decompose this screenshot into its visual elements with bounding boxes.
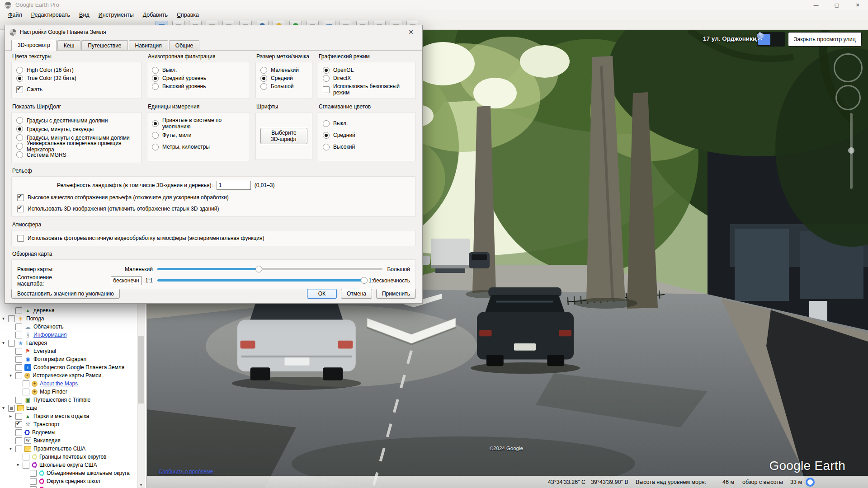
checkbox-использовать-3d-изображения-отключить-отображение-старых-3d-зданий[interactable]: Использовать 3D-изображения (отключить о… [17, 205, 410, 213]
zoom-slider[interactable] [850, 113, 853, 189]
radio-icon[interactable] [16, 75, 23, 82]
scroll-down-icon[interactable]: ▼ [137, 483, 145, 487]
layer-checkbox[interactable] [30, 486, 37, 488]
radio-высокий-уровень[interactable]: Высокий уровень [152, 82, 245, 90]
layer-item-фотографии-gigapan[interactable]: Фотографии Gigapan [0, 355, 136, 363]
radio-icon[interactable] [152, 120, 159, 127]
layer-item-about-the-maps[interactable]: About the Maps [0, 380, 136, 388]
3d-buildings-icon[interactable] [772, 34, 784, 45]
layer-item-парки-и-места-отдыха[interactable]: Парки и места отдыха [0, 412, 136, 420]
layer-checkbox[interactable] [15, 397, 22, 404]
radio-icon[interactable] [260, 67, 267, 74]
radio-icon[interactable] [323, 144, 330, 150]
dialog-close-icon[interactable]: ✕ [404, 28, 418, 36]
layer-item-школьные-округа-сша[interactable]: Школьные округа США [0, 461, 136, 469]
radio-high-color-16-бит[interactable]: High Color (16 бит) [16, 66, 137, 74]
menu-файл[interactable]: Файл [4, 12, 27, 18]
check-icon[interactable] [323, 86, 330, 93]
layer-item-галерея[interactable]: Галерея [0, 339, 136, 347]
layer-checkbox[interactable] [23, 380, 29, 387]
layer-checkbox[interactable] [15, 446, 22, 452]
move-joystick[interactable] [835, 85, 861, 110]
radio-icon[interactable] [152, 83, 159, 90]
layer-item-исторические-карты-рамси[interactable]: Исторические карты Рамси [0, 371, 136, 380]
map-size-slider-thumb[interactable] [255, 266, 262, 272]
tab-общие[interactable]: Общие [169, 40, 199, 50]
report-problem-link[interactable]: Сообщить о проблеме [159, 469, 213, 474]
look-joystick[interactable] [834, 53, 863, 82]
expander-icon[interactable] [8, 373, 13, 378]
layer-checkbox[interactable] [23, 462, 29, 469]
zoom-ratio-slider[interactable] [157, 279, 364, 282]
radio-icon[interactable] [16, 117, 23, 124]
zoom-slider-thumb[interactable] [848, 147, 854, 154]
layer-item-информация[interactable]: Информация [0, 331, 136, 339]
check-icon[interactable] [16, 86, 23, 93]
layer-item-википедия[interactable]: Википедия [0, 436, 136, 445]
layer-item-транспорт[interactable]: Транспорт [0, 420, 136, 428]
layer-checkbox[interactable] [8, 405, 15, 412]
radio-opengl[interactable]: OpenGL [323, 66, 411, 74]
layer-checkbox[interactable] [15, 324, 22, 330]
layer-checkbox[interactable] [8, 340, 15, 347]
radio-футы-мили[interactable]: Футы, мили [152, 129, 245, 141]
radio-icon[interactable] [16, 67, 23, 74]
layer-item-облачность[interactable]: Облачность [0, 323, 136, 331]
layer-item-водоемы[interactable]: Водоемы [0, 428, 136, 436]
radio-icon[interactable] [260, 83, 267, 90]
radio-icon[interactable] [323, 132, 330, 139]
close-icon[interactable]: ✕ [847, 0, 868, 10]
layer-checkbox[interactable] [23, 454, 29, 460]
radio-выкл[interactable]: Выкл. [323, 117, 411, 129]
layer-item-правительство-сша[interactable]: Правительство США [0, 445, 136, 453]
scrollbar-thumb[interactable] [138, 336, 144, 404]
radio-directx[interactable]: DirectX [323, 74, 411, 82]
layer-item-сообщество-google-планета-земля[interactable]: Сообщество Google Планета Земля [0, 363, 136, 371]
restore-defaults-button[interactable]: Восстановить значения по умолчанию [11, 289, 120, 299]
layer-checkbox[interactable] [15, 429, 22, 436]
layer-item-границы-почтовых-округов[interactable]: Границы почтовых округов [0, 453, 136, 461]
expander-icon[interactable] [1, 316, 6, 321]
layer-item-округа-средних-школ[interactable]: Округа средних школ [0, 477, 136, 485]
tab-3d-просмотр[interactable]: 3D-просмотр [11, 40, 57, 51]
layer-checkbox[interactable] [15, 413, 22, 420]
radio-средний[interactable]: Средний [260, 74, 307, 82]
layer-checkbox[interactable] [15, 421, 22, 428]
layer-label[interactable]: About the Maps [40, 380, 78, 387]
radio-выкл[interactable]: Выкл. [152, 66, 245, 74]
layer-checkbox[interactable] [15, 372, 22, 379]
radio-icon[interactable] [152, 132, 159, 139]
radio-средний-уровень[interactable]: Средний уровень [152, 74, 245, 82]
menu-инструменты[interactable]: Инструменты [94, 12, 138, 18]
layer-item-деревья[interactable]: деревья [0, 306, 136, 314]
checkbox-высокое-качество-отображения-рельефа-отключите-для-ускорения-обработки[interactable]: Высокое качество отображения рельефа (от… [17, 193, 410, 202]
radio-большой[interactable]: Большой [260, 82, 307, 90]
radio-маленький[interactable]: Маленький [260, 66, 307, 74]
radio-true-color-32-бита[interactable]: True Color (32 бита) [16, 74, 137, 82]
choose-3d-font-button[interactable]: Выберите 3D-шрифт [260, 128, 307, 144]
radio-icon[interactable] [323, 120, 330, 127]
checkbox-сжать[interactable]: Сжать [16, 85, 137, 94]
close-street-view-button[interactable]: Закрыть просмотр улиц [788, 32, 862, 47]
ok-button[interactable]: ОК [307, 289, 337, 299]
map-size-slider[interactable] [157, 268, 382, 270]
tab-навигация[interactable]: Навигация [129, 40, 168, 50]
radio-градусы-минуты-секунды[interactable]: Градусы, минуты, секунды [16, 125, 137, 133]
checkbox-использовать-безопасный-режим[interactable]: Использовать безопасный режим [323, 85, 411, 94]
layer-item-map-finder[interactable]: Map Finder [0, 388, 136, 396]
layer-checkbox[interactable] [30, 470, 37, 477]
dialog-titlebar[interactable]: Настройки Google Планета Земля ✕ [5, 25, 422, 39]
layer-item-everytrail[interactable]: Everytrail [0, 347, 136, 355]
radio-icon[interactable] [16, 151, 23, 158]
layer-checkbox[interactable] [8, 315, 15, 322]
radio-icon[interactable] [260, 75, 267, 82]
layer-item[interactable] [0, 485, 136, 488]
layer-item-еще[interactable]: Еще [0, 404, 136, 412]
apply-button[interactable]: Применить [376, 289, 416, 299]
sidebar-scrollbar[interactable]: ▼ [137, 304, 145, 488]
radio-icon[interactable] [152, 144, 159, 150]
layer-checkbox[interactable] [15, 437, 22, 444]
layer-item-объединенные-школьные-округа[interactable]: Объединенные школьные округа [0, 469, 136, 477]
radio-принятые-в-системе-по-умолчанию[interactable]: Принятые в системе по умолчанию [152, 117, 245, 129]
maximize-icon[interactable]: ▢ [826, 0, 847, 10]
